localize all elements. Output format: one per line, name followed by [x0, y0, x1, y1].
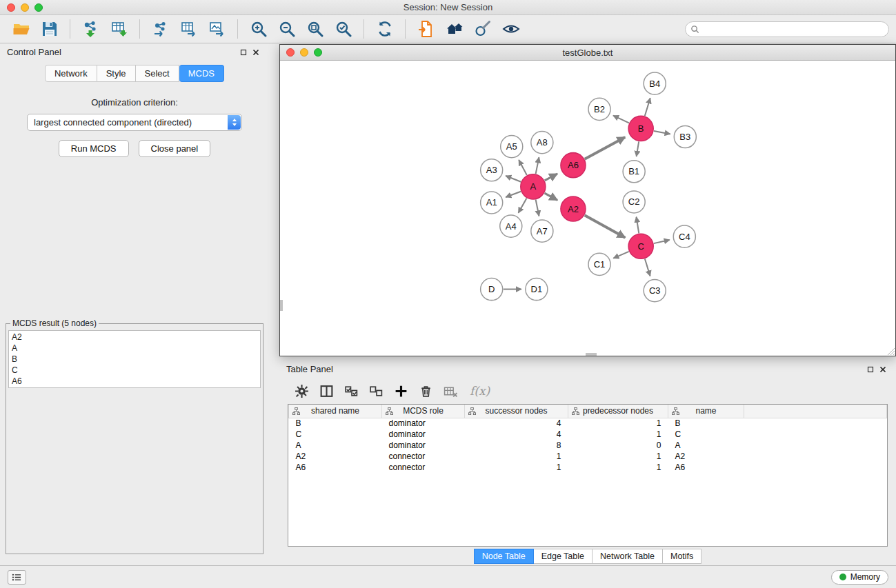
mcds-result-item[interactable]: B: [12, 354, 257, 365]
zoom-fit-button[interactable]: [301, 17, 329, 41]
node-B4[interactable]: B4: [644, 72, 666, 94]
mcds-result-item[interactable]: A6: [12, 376, 257, 387]
edge-C-C1[interactable]: [613, 252, 628, 258]
network-window-titlebar[interactable]: testGlobe.txt: [280, 45, 895, 61]
edge-A-A6[interactable]: [545, 174, 557, 181]
control-tab-network[interactable]: Network: [45, 65, 97, 82]
edge-C-C3[interactable]: [645, 258, 650, 276]
table-tab-node-table[interactable]: Node Table: [474, 549, 534, 564]
edge-C-C2[interactable]: [637, 217, 639, 234]
zoom-selected-button[interactable]: [329, 17, 357, 41]
control-tab-select[interactable]: Select: [136, 65, 179, 82]
node-A8[interactable]: A8: [531, 131, 553, 153]
delete-row-button[interactable]: [413, 381, 438, 401]
column-header-predecessor-nodes[interactable]: predecessor nodes: [568, 405, 668, 418]
edge-A-A7[interactable]: [536, 200, 539, 216]
node-D[interactable]: D: [481, 278, 503, 300]
resize-grip[interactable]: [886, 347, 895, 356]
open-session-button[interactable]: [412, 17, 440, 41]
float-table-panel-button[interactable]: [864, 364, 877, 375]
task-history-button[interactable]: [8, 570, 26, 585]
import-network-button[interactable]: [77, 17, 105, 41]
node-A1[interactable]: A1: [481, 192, 503, 214]
column-header-MCDS-role[interactable]: MCDS role: [382, 405, 465, 418]
zoom-out-button[interactable]: [272, 17, 301, 41]
edge-A6-B[interactable]: [585, 137, 626, 159]
node-B3[interactable]: B3: [674, 125, 696, 148]
edge-B-B2[interactable]: [613, 116, 629, 123]
import-table-button[interactable]: [105, 17, 133, 41]
edge-A-A4[interactable]: [519, 199, 527, 213]
function-builder-button[interactable]: f(x): [470, 384, 490, 398]
mcds-result-item[interactable]: C: [12, 365, 257, 376]
node-C1[interactable]: C1: [588, 253, 610, 275]
show-details-button[interactable]: [497, 17, 525, 41]
node-A2[interactable]: A2: [561, 196, 586, 221]
minimize-window-button[interactable]: [21, 3, 29, 12]
export-network-button[interactable]: [146, 17, 175, 41]
table-row[interactable]: Bdominator41B: [289, 418, 887, 429]
add-row-button[interactable]: [388, 381, 413, 401]
close-table-panel-button[interactable]: [877, 364, 889, 375]
node-C[interactable]: C: [628, 234, 653, 258]
control-tab-style[interactable]: Style: [97, 65, 136, 82]
table-row[interactable]: A2connector11A2: [289, 451, 887, 462]
edge-B-B3[interactable]: [654, 131, 670, 134]
node-B1[interactable]: B1: [623, 161, 645, 183]
deselect-all-button[interactable]: [364, 381, 388, 401]
horizontal-scroll-thumb[interactable]: [586, 353, 597, 356]
table-row[interactable]: Adominator80A: [289, 440, 887, 451]
columns-button[interactable]: [314, 381, 339, 401]
table-tab-motifs[interactable]: Motifs: [663, 549, 701, 564]
network-minimize-button[interactable]: [300, 48, 308, 57]
export-image-button[interactable]: [203, 17, 231, 41]
node-A[interactable]: A: [521, 174, 546, 199]
mcds-result-list[interactable]: A2ABCA6: [8, 330, 261, 388]
column-header-name[interactable]: name: [668, 405, 744, 418]
select-all-button[interactable]: [339, 381, 364, 401]
node-D1[interactable]: D1: [526, 278, 548, 300]
node-A4[interactable]: A4: [500, 215, 522, 237]
fullscreen-window-button[interactable]: [34, 3, 43, 12]
node-A3[interactable]: A3: [481, 159, 503, 181]
network-zoom-button[interactable]: [314, 48, 322, 57]
criterion-select[interactable]: largest connected component (directed): [27, 114, 242, 131]
run-mcds-button[interactable]: Run MCDS: [59, 140, 129, 157]
table-tab-edge-table[interactable]: Edge Table: [534, 549, 593, 564]
close-control-panel-button[interactable]: [250, 47, 262, 58]
node-C2[interactable]: C2: [623, 191, 645, 213]
network-close-button[interactable]: [286, 48, 295, 57]
edge-A-A2[interactable]: [544, 193, 557, 200]
close-window-button[interactable]: [7, 3, 15, 12]
edge-C-C4[interactable]: [654, 240, 670, 243]
node-B2[interactable]: B2: [588, 98, 610, 120]
node-A5[interactable]: A5: [501, 136, 523, 158]
network-canvas[interactable]: B4B2BB3A5A8A6A3B1AA1A2C2A4A7C4CC1C3DD1: [280, 61, 895, 356]
control-tab-mcds[interactable]: MCDS: [179, 65, 224, 82]
vertical-scroll-thumb[interactable]: [280, 300, 283, 311]
node-C3[interactable]: C3: [644, 279, 666, 301]
table-row[interactable]: A6connector11A6: [289, 462, 887, 473]
table-tab-network-table[interactable]: Network Table: [593, 549, 663, 564]
edge-A-A1[interactable]: [506, 192, 521, 197]
save-session-button[interactable]: [35, 17, 63, 41]
settings-button[interactable]: [289, 381, 314, 401]
column-header-shared-name[interactable]: shared name: [289, 405, 382, 418]
edge-A-A3[interactable]: [506, 176, 521, 182]
memory-button[interactable]: Memory: [831, 570, 888, 585]
mcds-result-item[interactable]: A2: [12, 332, 257, 343]
node-A7[interactable]: A7: [531, 220, 553, 242]
mcds-result-item[interactable]: A: [12, 343, 257, 354]
export-table-button[interactable]: [175, 17, 203, 41]
zoom-in-button[interactable]: [244, 17, 272, 41]
node-B[interactable]: B: [628, 116, 653, 141]
node-A6[interactable]: A6: [561, 153, 586, 178]
node-C4[interactable]: C4: [673, 225, 695, 247]
edge-A-A5[interactable]: [519, 160, 527, 175]
network-graph[interactable]: B4B2BB3A5A8A6A3B1AA1A2C2A4A7C4CC1C3DD1: [280, 61, 895, 356]
home-button[interactable]: [440, 17, 468, 41]
close-mcds-panel-button[interactable]: Close panel: [139, 140, 211, 157]
edge-A-A8[interactable]: [536, 157, 539, 174]
edge-B-B1[interactable]: [637, 141, 639, 156]
table-row[interactable]: Cdominator41C: [289, 429, 887, 440]
